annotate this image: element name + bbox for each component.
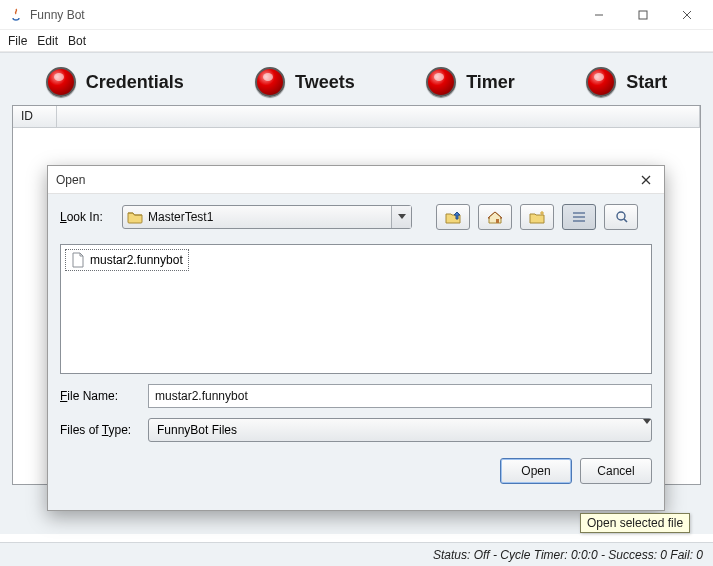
menu-bot[interactable]: Bot bbox=[68, 34, 86, 48]
look-in-value: MasterTest1 bbox=[148, 210, 391, 224]
up-one-level-button[interactable] bbox=[436, 204, 470, 230]
file-name-input[interactable] bbox=[148, 384, 652, 408]
tab-row: Credentials Tweets Timer Start bbox=[0, 53, 713, 105]
minimize-button[interactable] bbox=[577, 1, 621, 29]
file-list[interactable]: mustar2.funnybot bbox=[60, 244, 652, 374]
status-lamp-icon bbox=[255, 67, 285, 97]
look-in-label: Look In: bbox=[60, 210, 114, 224]
open-dialog: Open Look In: MasterTest1 bbox=[47, 165, 665, 511]
window-title: Funny Bot bbox=[30, 8, 577, 22]
svg-line-13 bbox=[624, 219, 627, 222]
tab-credentials[interactable]: Credentials bbox=[46, 67, 184, 97]
dialog-titlebar[interactable]: Open bbox=[48, 166, 664, 194]
status-lamp-icon bbox=[46, 67, 76, 97]
tab-label: Credentials bbox=[86, 72, 184, 93]
cancel-button[interactable]: Cancel bbox=[580, 458, 652, 484]
tab-label: Start bbox=[626, 72, 667, 93]
chevron-down-icon[interactable] bbox=[391, 206, 411, 228]
table-header: ID bbox=[13, 106, 700, 128]
dialog-close-button[interactable] bbox=[634, 168, 658, 192]
file-name-label: File Name: bbox=[60, 389, 140, 403]
menubar: File Edit Bot bbox=[0, 30, 713, 52]
svg-rect-6 bbox=[496, 219, 499, 223]
menu-file[interactable]: File bbox=[8, 34, 27, 48]
column-blank[interactable] bbox=[57, 106, 700, 127]
dialog-title: Open bbox=[56, 173, 634, 187]
file-name: mustar2.funnybot bbox=[90, 253, 183, 267]
menu-edit[interactable]: Edit bbox=[37, 34, 58, 48]
column-id[interactable]: ID bbox=[13, 106, 57, 127]
open-button[interactable]: Open bbox=[500, 458, 572, 484]
home-button[interactable] bbox=[478, 204, 512, 230]
java-app-icon bbox=[8, 7, 24, 23]
tooltip: Open selected file bbox=[580, 513, 690, 533]
folder-open-icon bbox=[127, 210, 143, 224]
chevron-down-icon[interactable] bbox=[643, 419, 651, 425]
maximize-button[interactable] bbox=[621, 1, 665, 29]
file-item[interactable]: mustar2.funnybot bbox=[65, 249, 189, 271]
statusbar: Status: Off - Cycle Timer: 0:0:0 - Succe… bbox=[0, 542, 713, 566]
details-view-button[interactable] bbox=[604, 204, 638, 230]
tab-tweets[interactable]: Tweets bbox=[255, 67, 355, 97]
tab-label: Timer bbox=[466, 72, 515, 93]
tab-timer[interactable]: Timer bbox=[426, 67, 515, 97]
list-view-button[interactable] bbox=[562, 204, 596, 230]
tab-start[interactable]: Start bbox=[586, 67, 667, 97]
files-of-type-combo[interactable]: FunnyBot Files bbox=[148, 418, 652, 442]
dialog-body: Look In: MasterTest1 bbox=[48, 194, 664, 510]
new-folder-button[interactable] bbox=[520, 204, 554, 230]
status-text: Status: Off - Cycle Timer: 0:0:0 - Succe… bbox=[433, 548, 703, 562]
content-area: Credentials Tweets Timer Start ID Open bbox=[0, 52, 713, 534]
svg-rect-1 bbox=[639, 11, 647, 19]
tab-label: Tweets bbox=[295, 72, 355, 93]
files-of-type-label: Files of Type: bbox=[60, 423, 140, 437]
window-titlebar: Funny Bot bbox=[0, 0, 713, 30]
look-in-combo[interactable]: MasterTest1 bbox=[122, 205, 412, 229]
close-button[interactable] bbox=[665, 1, 709, 29]
svg-point-12 bbox=[617, 212, 625, 220]
file-icon bbox=[71, 252, 85, 268]
files-of-type-value: FunnyBot Files bbox=[157, 423, 237, 437]
status-lamp-icon bbox=[586, 67, 616, 97]
status-lamp-icon bbox=[426, 67, 456, 97]
